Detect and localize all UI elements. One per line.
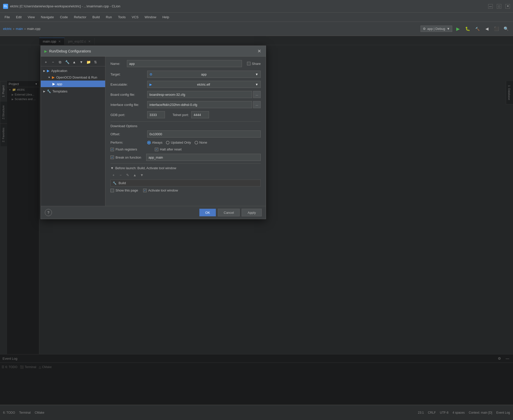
- maximize-btn[interactable]: □: [497, 4, 501, 9]
- status-position[interactable]: 23:1: [418, 411, 424, 414]
- radio-none-label[interactable]: None: [195, 141, 207, 144]
- folder-button[interactable]: 📁: [85, 59, 91, 65]
- status-terminal[interactable]: Terminal: [19, 411, 31, 414]
- tree-item-application[interactable]: ▶ ▶ Application: [41, 67, 105, 74]
- forward-button[interactable]: ⬛: [493, 25, 500, 33]
- download-options-header: Download Options: [110, 124, 261, 128]
- add-config-button[interactable]: +: [43, 59, 49, 65]
- status-context: Context: main [D]: [469, 411, 492, 414]
- menu-view[interactable]: View: [25, 14, 37, 20]
- menu-refactor[interactable]: Refactor: [71, 14, 89, 20]
- status-encoding[interactable]: UTF-8: [440, 411, 448, 414]
- menu-navigate[interactable]: Navigate: [38, 14, 56, 20]
- menu-vcs[interactable]: VCS: [129, 14, 141, 20]
- status-todo[interactable]: 6: TODO: [3, 411, 15, 414]
- breadcrumb-file[interactable]: main.cpp: [27, 27, 41, 31]
- cancel-button[interactable]: Cancel: [218, 209, 240, 216]
- ok-button[interactable]: OK: [199, 209, 216, 216]
- menu-file[interactable]: File: [2, 14, 12, 20]
- help-button[interactable]: ?: [45, 209, 52, 216]
- edit-config-button[interactable]: 🔧: [64, 59, 70, 65]
- build-label: Build: [119, 181, 126, 185]
- interface-config-browse-button[interactable]: ...: [253, 101, 261, 108]
- minimize-btn[interactable]: —: [488, 4, 493, 9]
- menu-code[interactable]: Code: [58, 14, 70, 20]
- radio-none[interactable]: [195, 141, 198, 144]
- menu-help[interactable]: Help: [160, 14, 172, 20]
- offset-input[interactable]: [147, 130, 261, 138]
- sort-button[interactable]: ⇅: [92, 59, 99, 65]
- launch-task-down-button[interactable]: ▼: [139, 172, 145, 178]
- board-config-input[interactable]: [147, 91, 252, 98]
- menu-window[interactable]: Window: [142, 14, 159, 20]
- app-category-label: Application: [51, 69, 67, 73]
- status-line-ending[interactable]: CRLF: [428, 411, 436, 414]
- activate-tool-window-label[interactable]: Activate tool window: [143, 188, 178, 192]
- target-dropdown[interactable]: ⚙ app ▼: [147, 71, 261, 78]
- breadcrumb-main[interactable]: main: [16, 27, 23, 31]
- status-cmake[interactable]: CMake: [35, 411, 44, 414]
- move-down-button[interactable]: ▼: [78, 59, 84, 65]
- break-on-function-checkbox[interactable]: [110, 156, 114, 159]
- move-up-button[interactable]: ▲: [71, 59, 77, 65]
- back-button[interactable]: ◀: [483, 25, 491, 33]
- expand-icon: ▶: [43, 69, 45, 72]
- apply-button[interactable]: Apply: [242, 209, 262, 216]
- launch-task-up-button[interactable]: ▲: [132, 172, 138, 178]
- activate-tool-window-checkbox[interactable]: [143, 189, 147, 192]
- config-tree-panel: + − ⧉ 🔧 ▲ ▼ 📁 ⇅ ▶ ▶ Application ▼ ▶ Open…: [41, 56, 105, 206]
- board-config-browse-button[interactable]: ...: [253, 91, 261, 98]
- window-title: elctric [C:\Users\danie\eclipse-workspac…: [10, 4, 120, 8]
- halt-after-reset-checkbox[interactable]: [155, 148, 158, 151]
- close-btn[interactable]: ✕: [505, 4, 510, 9]
- before-launch-header[interactable]: ▼ Before launch: Build, Activate tool wi…: [110, 166, 261, 170]
- dialog-close-button[interactable]: ✕: [256, 48, 262, 54]
- copy-config-button[interactable]: ⧉: [57, 59, 63, 65]
- app-category-icon: ▶: [47, 69, 50, 73]
- tree-item-app-selected[interactable]: ▶ app: [41, 81, 105, 87]
- dialog-title-text: Run/Debug Configurations: [49, 49, 91, 53]
- flush-registers-checkbox[interactable]: [110, 148, 114, 151]
- radio-always-label[interactable]: Always: [147, 141, 162, 144]
- menu-build[interactable]: Build: [90, 14, 102, 20]
- run-config-dropdown[interactable]: ⚙ app | Debug ▼: [421, 26, 452, 32]
- show-this-page-checkbox[interactable]: [110, 189, 114, 192]
- run-button[interactable]: ▶: [454, 25, 462, 33]
- radio-updated-only[interactable]: [166, 141, 169, 144]
- show-this-page-label[interactable]: Show this page: [110, 188, 138, 192]
- tree-item-openocd[interactable]: ▼ ▶ OpenOCD Download & Run: [41, 74, 105, 81]
- run-config-icon: ⚙: [423, 27, 426, 31]
- interface-config-input[interactable]: [147, 101, 252, 108]
- interface-config-label: Interface config file:: [110, 103, 145, 107]
- break-on-function-input[interactable]: [146, 154, 261, 161]
- edit-launch-task-button[interactable]: ✎: [125, 172, 131, 178]
- telnet-port-input[interactable]: [191, 111, 209, 118]
- window-controls[interactable]: — □ ✕: [488, 4, 510, 9]
- status-indent[interactable]: 4 spaces: [452, 411, 465, 414]
- share-checkbox[interactable]: [247, 62, 251, 65]
- before-launch-label: Before launch: Build, Activate tool wind…: [115, 166, 176, 170]
- halt-after-reset-label[interactable]: Halt after reset: [155, 147, 181, 151]
- flush-registers-label[interactable]: Flush registers: [110, 147, 137, 151]
- debug-button[interactable]: 🐛: [464, 25, 471, 33]
- menu-run[interactable]: Run: [103, 14, 115, 20]
- breadcrumb-project[interactable]: elctric: [3, 27, 12, 31]
- build-button[interactable]: 🔨: [473, 25, 481, 33]
- menu-edit[interactable]: Edit: [13, 14, 24, 20]
- radio-always[interactable]: [147, 141, 151, 144]
- name-input[interactable]: [127, 60, 242, 67]
- executable-dropdown[interactable]: ▶ elctric.elf ▼: [147, 81, 261, 88]
- radio-updated-only-label[interactable]: Updated Only: [166, 141, 191, 144]
- menu-tools[interactable]: Tools: [116, 14, 128, 20]
- add-launch-task-button[interactable]: +: [110, 172, 117, 178]
- status-event-log[interactable]: Event Log: [496, 411, 510, 414]
- offset-row: Offset:: [110, 130, 261, 138]
- break-on-function-label[interactable]: Break on function: [110, 156, 141, 159]
- search-everywhere-button[interactable]: 🔍: [502, 25, 510, 33]
- remove-config-button[interactable]: −: [50, 59, 56, 65]
- gdb-port-input[interactable]: [147, 111, 165, 118]
- target-row: Target: ⚙ app ▼: [110, 71, 261, 78]
- tree-item-templates[interactable]: ▶ 🔧 Templates: [41, 88, 105, 94]
- share-checkbox-label[interactable]: Share: [247, 62, 261, 66]
- remove-launch-task-button[interactable]: −: [118, 172, 124, 178]
